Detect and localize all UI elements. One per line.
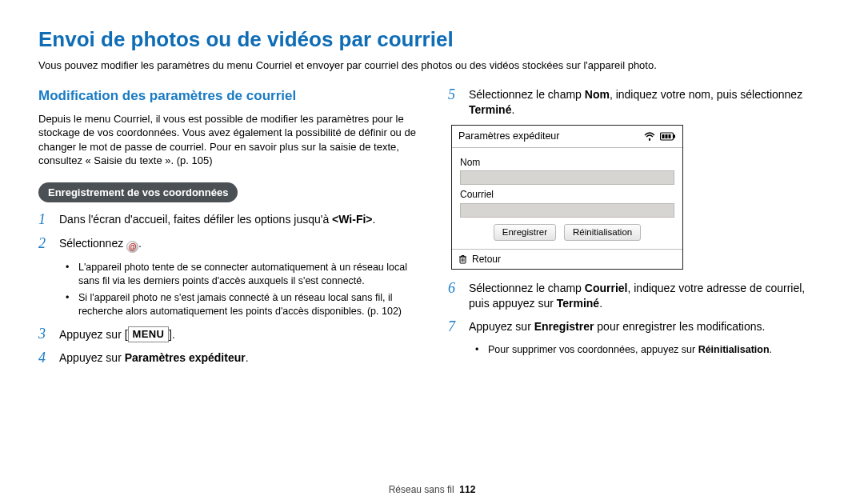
step3-text-b: ]. <box>169 328 175 341</box>
step-7: 7 Appuyez sur Enregistrer pour enregistr… <box>448 319 826 335</box>
step4-text-c: . <box>246 351 249 364</box>
step-1: 1 Dans l'écran d'accueil, faites défiler… <box>38 212 416 228</box>
step5-b: Nom <box>585 88 610 101</box>
device-input-courriel[interactable] <box>460 203 674 218</box>
device-save-button[interactable]: Enregistrer <box>494 224 556 242</box>
device-input-nom[interactable] <box>460 170 674 185</box>
step6-d: Terminé <box>557 297 599 310</box>
right-column: 5 Sélectionnez le champ Nom, indiquez vo… <box>448 87 826 375</box>
wifi-icon <box>644 132 655 141</box>
bullet-2a: L'appareil photo tente de se connecter a… <box>78 261 416 288</box>
step-number: 1 <box>38 212 51 228</box>
page-footer: Réseau sans fil 112 <box>0 483 864 496</box>
intro-text: Vous pouvez modifier les paramètres du m… <box>38 58 826 73</box>
step1-text-c: . <box>373 213 376 226</box>
step6-a: Sélectionnez le champ <box>469 282 585 294</box>
step-2: 2 Sélectionnez . <box>38 236 416 253</box>
device-label-nom: Nom <box>460 156 674 169</box>
step3-text-a: Appuyez sur [ <box>59 328 128 341</box>
bullet7-c: . <box>770 344 772 355</box>
step-5: 5 Sélectionnez le champ Nom, indiquez vo… <box>448 87 826 118</box>
step-number: 2 <box>38 236 51 253</box>
svg-rect-5 <box>669 134 671 138</box>
trash-icon <box>458 254 467 264</box>
menu-key: MENU <box>128 326 169 343</box>
email-icon <box>126 241 138 253</box>
page-title: Envoi de photos ou de vidéos par courrie… <box>38 26 826 54</box>
step4-text-a: Appuyez sur <box>59 351 125 364</box>
device-screenshot: Paramètres expéditeur Nom Courriel Enreg… <box>451 125 683 270</box>
step-4: 4 Appuyez sur Paramètres expéditeur. <box>38 350 416 366</box>
step-6: 6 Sélectionnez le champ Courriel, indiqu… <box>448 281 826 311</box>
bullet-dot: • <box>66 291 74 318</box>
step2-text-b: . <box>138 237 142 250</box>
step-number: 4 <box>38 350 51 366</box>
bullet7-a: Pour supprimer vos coordonnées, appuyez … <box>488 344 698 355</box>
section-desc: Depuis le menu Courriel, il vous est pos… <box>38 112 416 168</box>
step7-c: pour enregistrer les modifications. <box>594 320 765 333</box>
step1-text-a: Dans l'écran d'accueil, faites défiler l… <box>59 213 332 226</box>
step5-c: , indiquez votre nom, puis sélectionnez <box>610 88 802 101</box>
svg-rect-3 <box>662 134 665 138</box>
bullet-dot: • <box>66 261 74 288</box>
step7-a: Appuyez sur <box>469 320 534 333</box>
step-number: 7 <box>448 319 461 335</box>
battery-icon <box>660 132 676 141</box>
device-label-courriel: Courriel <box>460 188 674 201</box>
step5-a: Sélectionnez le champ <box>469 88 585 101</box>
step1-wifi: <Wi-Fi> <box>332 213 372 226</box>
bullet7-b: Réinitialisation <box>698 344 770 355</box>
bullet-dot: • <box>475 343 483 357</box>
step-number: 6 <box>448 281 461 311</box>
svg-point-0 <box>649 138 650 140</box>
svg-rect-2 <box>674 135 675 138</box>
step-number: 3 <box>38 326 51 343</box>
step5-d: Terminé <box>469 103 511 116</box>
device-title: Paramètres expéditeur <box>458 130 559 143</box>
left-column: Modification des paramètres de courriel … <box>38 87 416 375</box>
footer-page: 112 <box>459 484 475 495</box>
step4-bold: Paramètres expéditeur <box>125 351 246 364</box>
step-number: 5 <box>448 87 461 118</box>
step5-e: . <box>511 103 514 116</box>
device-back-button[interactable]: Retour <box>472 253 501 266</box>
step-3: 3 Appuyez sur [MENU]. <box>38 326 416 343</box>
step6-e: . <box>599 297 602 310</box>
subsection-pill: Enregistrement de vos coordonnées <box>38 182 238 203</box>
step6-b: Courriel <box>585 282 628 294</box>
svg-rect-4 <box>666 134 668 138</box>
bullet-2b: Si l'appareil photo ne s'est jamais conn… <box>78 291 416 318</box>
footer-section: Réseau sans fil <box>389 484 454 495</box>
section-subhead: Modification des paramètres de courriel <box>38 87 416 106</box>
device-reset-button[interactable]: Réinitialisation <box>564 224 641 242</box>
step7-b: Enregistrer <box>534 320 594 333</box>
step2-text-a: Sélectionnez <box>59 237 126 250</box>
